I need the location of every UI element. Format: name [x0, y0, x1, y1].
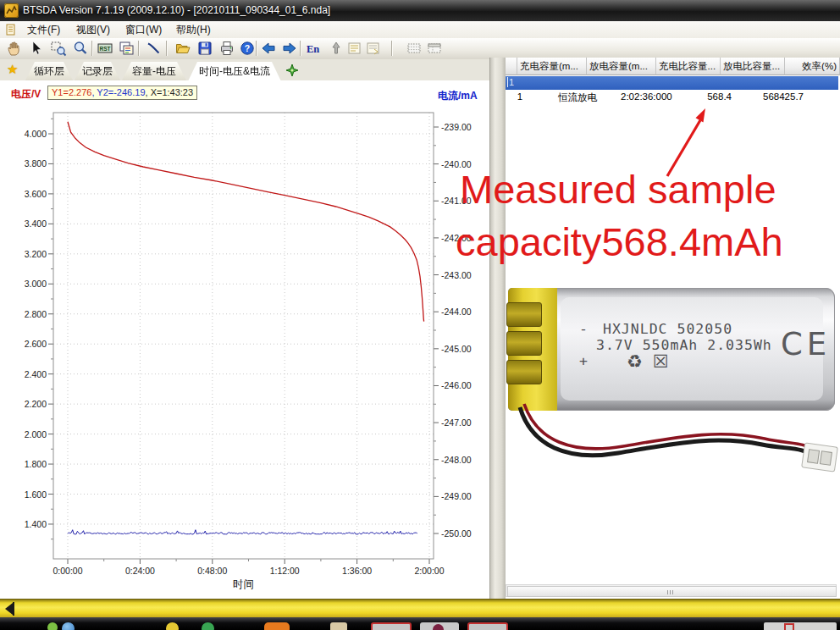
svg-text:En: En [307, 43, 319, 55]
taskbar-icon[interactable] [47, 622, 58, 630]
jst-connector [801, 442, 838, 472]
taskbar-icon[interactable] [371, 622, 412, 630]
svg-text:2:00:00: 2:00:00 [414, 566, 444, 576]
svg-text:RST: RST [100, 46, 111, 52]
title-bar: BTSDA Version 7.1.19 (2009.12.10) - [202… [0, 0, 840, 21]
yellow-banner [0, 599, 840, 618]
scrollbar-thumb[interactable] [507, 586, 837, 597]
menu-help[interactable]: 帮助(H) [171, 21, 216, 38]
svg-text:4.000: 4.000 [25, 129, 47, 139]
menu-window[interactable]: 窗口(W) [120, 21, 167, 38]
tab-record-layer[interactable]: 记录层 [75, 62, 120, 80]
open-file-icon[interactable] [174, 39, 192, 58]
svg-text:3.200: 3.200 [25, 249, 47, 259]
grid-view-icon[interactable] [405, 39, 423, 58]
discharge-chart[interactable]: 4.0003.8003.6003.4003.2003.0002.8002.600… [0, 80, 489, 599]
add-tab-icon[interactable] [285, 64, 299, 80]
svg-text:-243.00: -243.00 [441, 270, 472, 280]
zoom-icon[interactable] [71, 39, 90, 58]
selected-row-marker: 1 [507, 77, 514, 87]
app-icon [4, 3, 19, 18]
col-rowmarker[interactable] [506, 58, 517, 75]
svg-text:2.000: 2.000 [25, 429, 47, 439]
taskbar [0, 617, 840, 630]
battery-model: HXJNLDC 502050 [603, 321, 732, 337]
taskbar-icon[interactable] [330, 622, 347, 630]
pin-up-icon[interactable] [327, 39, 345, 58]
svg-text:时间: 时间 [233, 578, 254, 590]
report-list-icon[interactable] [345, 39, 364, 58]
taskbar-icon[interactable] [420, 622, 459, 630]
svg-text:1.600: 1.600 [25, 489, 47, 500]
menu-file[interactable]: 文件(F) [22, 21, 65, 38]
svg-text:1:36:00: 1:36:00 [342, 566, 372, 576]
battery-minus-sign: - [579, 321, 589, 337]
menu-view[interactable]: 视图(V) [71, 21, 115, 38]
document-icon [5, 24, 17, 38]
cursor-y1: Y1=2.276 [52, 87, 91, 97]
battery-terminal [506, 302, 542, 327]
save-icon[interactable] [196, 39, 214, 58]
copy-window-icon[interactable] [117, 39, 135, 58]
svg-text:0:48:00: 0:48:00 [197, 566, 227, 576]
col-charge-specific[interactable]: 充电比容量... [656, 58, 721, 75]
chart-plot[interactable]: 4.0003.8003.6003.4003.2003.0002.8002.600… [0, 80, 489, 599]
taskbar-icon[interactable] [62, 622, 75, 630]
svg-text:-244.00: -244.00 [441, 307, 472, 317]
svg-text:?: ? [245, 43, 250, 53]
svg-text:-248.00: -248.00 [441, 455, 472, 465]
tab-cycle-layer[interactable]: 循环层 [25, 62, 73, 80]
svg-text:2.800: 2.800 [25, 309, 47, 319]
col-discharge-capacity[interactable]: 放电容量(m... [587, 58, 656, 75]
svg-text:-245.00: -245.00 [441, 344, 472, 354]
forward-icon[interactable] [280, 39, 299, 58]
favorite-star-icon[interactable]: ★ [7, 62, 18, 77]
annotation-line2: capacity568.4mAh [456, 218, 783, 265]
report-list2-icon[interactable] [364, 39, 383, 58]
battery-specs: 3.7V 550mAh 2.035Wh [596, 337, 772, 353]
col-efficiency[interactable]: 效率(%) [785, 58, 840, 75]
curve-tool-icon[interactable] [144, 39, 163, 58]
svg-text:3.600: 3.600 [25, 189, 47, 199]
col-discharge-specific[interactable]: 放电比容量... [721, 58, 785, 75]
horizontal-scrollbar[interactable] [506, 584, 837, 597]
tab-time-voltage-current[interactable]: 时间-电压&电流 [188, 62, 281, 81]
left-axis-title: 电压/V [11, 87, 41, 102]
help-icon[interactable]: ? [238, 39, 257, 58]
taskbar-window-preview[interactable] [764, 622, 837, 630]
battery-wires [508, 394, 840, 529]
language-en-icon[interactable]: En [304, 39, 323, 58]
taskbar-icon[interactable] [467, 622, 508, 630]
svg-text:3.400: 3.400 [25, 218, 47, 229]
grid-detail-icon[interactable] [425, 39, 444, 58]
zoom-region-icon[interactable] [49, 39, 68, 58]
battery-terminal [506, 360, 542, 384]
battery-plus-sign: + [579, 353, 589, 369]
svg-text:0:00:00: 0:00:00 [52, 566, 82, 576]
battery-photo: - HXJNLDC 502050 3.7V 550mAh 2.035Wh + ♻… [508, 284, 840, 529]
pane-splitter[interactable] [489, 58, 506, 599]
screen: { "window": { "title": "BTSDA Version 7.… [0, 0, 840, 630]
reset-rst-icon[interactable]: RST [96, 39, 114, 58]
tab-capacity-voltage[interactable]: 容量-电压 [122, 62, 186, 80]
svg-text:3.800: 3.800 [25, 158, 47, 169]
right-axis-title: 电流/mA [438, 89, 478, 103]
cell-seq: 1 [514, 91, 526, 102]
svg-text:-250.00: -250.00 [441, 528, 472, 539]
col-charge-capacity[interactable]: 充电容量(m... [517, 58, 587, 75]
cell-specific-capacity: 568425.7 [755, 91, 804, 102]
selected-row-bar[interactable]: 1 [506, 76, 838, 90]
svg-text:3.000: 3.000 [25, 279, 47, 289]
pan-hand-icon[interactable] [5, 39, 24, 58]
select-cursor-icon[interactable] [27, 39, 46, 58]
svg-text:-247.00: -247.00 [441, 417, 472, 428]
back-icon[interactable] [259, 39, 278, 58]
annotation-line1: Measured sample [460, 166, 776, 213]
taskbar-icon[interactable] [166, 622, 179, 630]
svg-text:2.200: 2.200 [25, 399, 47, 409]
print-icon[interactable] [218, 39, 236, 58]
taskbar-icon[interactable] [264, 622, 290, 630]
taskbar-icon[interactable] [202, 622, 214, 630]
cursor-readout: Y1=2.276, Y2=-246.19, X=1:43:23 [47, 86, 197, 100]
banner-flag-icon [3, 601, 18, 616]
